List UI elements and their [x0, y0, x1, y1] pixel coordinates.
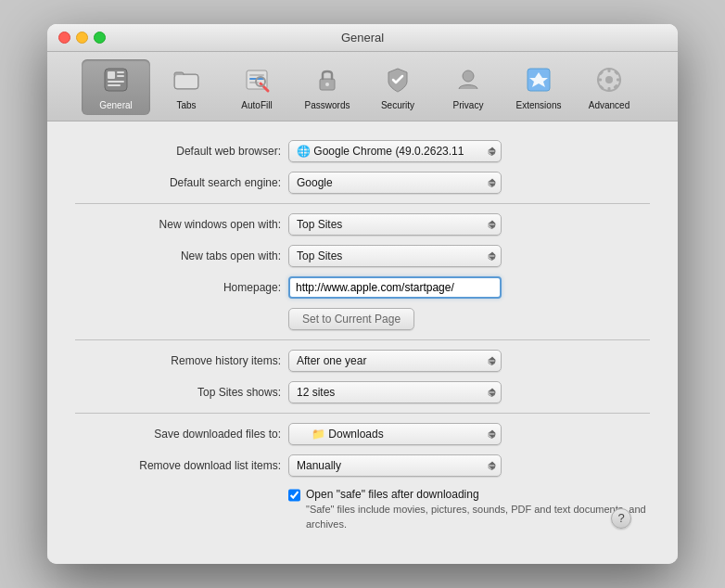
new-tabs-label: New tabs open with:: [75, 249, 288, 262]
svg-rect-24: [617, 79, 621, 82]
svg-rect-5: [108, 84, 121, 86]
svg-rect-1: [108, 71, 115, 79]
svg-rect-21: [608, 68, 611, 72]
new-tabs-row: New tabs open with: Top Sites: [75, 245, 650, 267]
svg-rect-28: [613, 84, 618, 90]
titlebar: General: [47, 24, 678, 52]
extensions-icon: [522, 63, 555, 96]
svg-rect-22: [608, 87, 611, 92]
top-sites-label: Top Sites shows:: [75, 386, 288, 399]
default-search-control: Google: [288, 172, 650, 194]
svg-rect-10: [249, 74, 264, 76]
new-windows-control: Top Sites: [288, 213, 650, 236]
remove-history-label: Remove history items:: [75, 354, 288, 367]
homepage-input[interactable]: [288, 276, 502, 299]
new-windows-label: New windows open with:: [75, 218, 288, 231]
toolbar-label-advanced: Advanced: [589, 100, 630, 111]
separator-3: [75, 413, 650, 414]
svg-rect-2: [117, 71, 124, 73]
top-sites-control: 12 sites: [288, 381, 650, 403]
default-search-select[interactable]: Google: [288, 172, 502, 194]
new-windows-select-wrapper: Top Sites: [288, 213, 502, 236]
save-downloads-select-wrapper: 📁 Downloads: [288, 423, 502, 445]
traffic-lights: [58, 32, 106, 44]
search-select-wrapper: Google: [288, 172, 502, 194]
general-icon: [99, 63, 133, 96]
svg-rect-3: [117, 75, 124, 77]
toolbar-label-extensions: Extensions: [516, 100, 562, 111]
toolbar-item-passwords[interactable]: Passwords: [293, 59, 362, 115]
save-downloads-control: 📁 Downloads: [288, 423, 650, 445]
homepage-label: Homepage:: [75, 281, 288, 294]
svg-rect-23: [597, 79, 602, 82]
toolbar-label-privacy: Privacy: [453, 100, 484, 111]
new-tabs-select[interactable]: Top Sites: [288, 245, 502, 267]
default-browser-row: Default web browser: 🌐 Google Chrome (49…: [75, 140, 650, 162]
toolbar-item-security[interactable]: Security: [363, 59, 432, 115]
toolbar-item-tabs[interactable]: Tabs: [152, 59, 221, 115]
svg-point-20: [605, 76, 613, 83]
remove-downloads-row: Remove download list items: Manually: [75, 454, 650, 477]
open-safe-files-text: Open "safe" files after downloading "Saf…: [306, 488, 650, 531]
open-safe-files-sublabel: "Safe" files include movies, pictures, s…: [306, 503, 650, 531]
toolbar-item-autofill[interactable]: AutoFill: [223, 59, 291, 115]
set-current-row: Set to Current Page: [288, 308, 650, 330]
passwords-icon: [311, 63, 344, 96]
toolbar-label-passwords: Passwords: [305, 100, 350, 111]
top-sites-row: Top Sites shows: 12 sites: [75, 381, 650, 403]
preferences-window: General General: [47, 24, 678, 564]
new-windows-row: New windows open with: Top Sites: [75, 213, 650, 236]
remove-downloads-label: Remove download list items:: [75, 459, 288, 472]
top-sites-select[interactable]: 12 sites: [288, 381, 502, 403]
advanced-icon: [592, 63, 626, 96]
top-sites-select-wrapper: 12 sites: [288, 381, 502, 403]
remove-downloads-select-wrapper: Manually: [288, 454, 502, 477]
default-browser-control: 🌐 Google Chrome (49.0.2623.11: [288, 140, 650, 162]
open-safe-files-checkbox[interactable]: [288, 489, 300, 502]
homepage-control: [288, 276, 650, 299]
remove-history-select-wrapper: After one year: [288, 350, 502, 372]
svg-rect-4: [108, 81, 124, 83]
default-search-row: Default search engine: Google: [75, 172, 650, 194]
minimize-button[interactable]: [76, 32, 88, 44]
toolbar-item-general[interactable]: General: [82, 59, 150, 115]
toolbar-label-general: General: [99, 100, 133, 111]
privacy-icon: [452, 63, 485, 96]
toolbar-item-advanced[interactable]: Advanced: [575, 59, 643, 115]
close-button[interactable]: [58, 32, 70, 44]
toolbar: General Tabs: [47, 52, 678, 121]
preferences-content: Default web browser: 🌐 Google Chrome (49…: [47, 121, 678, 564]
save-downloads-row: Save downloaded files to: 📁 Downloads: [75, 423, 650, 445]
save-downloads-label: Save downloaded files to:: [75, 428, 288, 441]
new-tabs-select-wrapper: Top Sites: [288, 245, 502, 267]
toolbar-label-tabs: Tabs: [176, 100, 196, 111]
tabs-icon: [170, 63, 203, 96]
svg-rect-12: [249, 82, 259, 83]
security-icon: [381, 63, 414, 96]
toolbar-item-privacy[interactable]: Privacy: [434, 59, 502, 115]
separator-1: [75, 203, 650, 204]
toolbar-label-autofill: AutoFill: [241, 100, 272, 111]
default-browser-select-wrapper: 🌐 Google Chrome (49.0.2623.11: [288, 140, 502, 162]
help-button[interactable]: ?: [611, 508, 631, 529]
remove-history-control: After one year: [288, 350, 650, 372]
maximize-button[interactable]: [94, 32, 106, 44]
remove-history-select[interactable]: After one year: [288, 350, 502, 372]
separator-2: [75, 339, 650, 340]
default-browser-select[interactable]: 🌐 Google Chrome (49.0.2623.11: [288, 140, 502, 162]
set-current-button[interactable]: Set to Current Page: [288, 308, 414, 330]
open-safe-files-label: Open "safe" files after downloading: [306, 488, 650, 501]
toolbar-item-extensions[interactable]: Extensions: [504, 59, 573, 115]
default-browser-label: Default web browser:: [75, 145, 288, 158]
autofill-icon: [240, 63, 273, 96]
remove-downloads-select[interactable]: Manually: [288, 454, 502, 477]
svg-point-15: [325, 83, 329, 86]
new-windows-select[interactable]: Top Sites: [288, 213, 502, 236]
open-safe-files-row: Open "safe" files after downloading "Saf…: [288, 488, 650, 531]
svg-point-16: [463, 70, 474, 82]
default-search-label: Default search engine:: [75, 176, 288, 189]
svg-rect-8: [175, 75, 197, 88]
save-downloads-select[interactable]: 📁 Downloads: [288, 423, 502, 445]
remove-downloads-control: Manually: [288, 454, 650, 477]
toolbar-label-security: Security: [381, 100, 414, 111]
